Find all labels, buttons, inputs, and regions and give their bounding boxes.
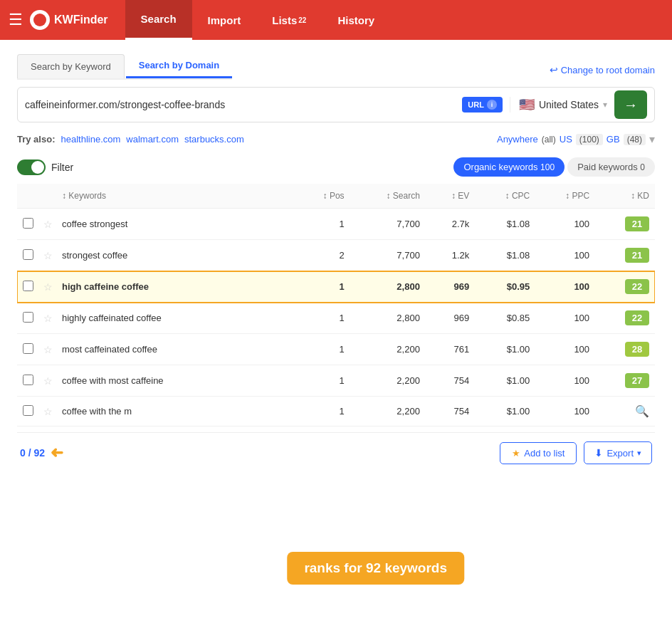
row-checkbox[interactable] bbox=[23, 218, 33, 229]
table-row[interactable]: ☆strongest coffee27,7001.2k$1.0810021 bbox=[17, 240, 655, 271]
table-row[interactable]: ☆coffee with the m12,200754$1.00100🔍 bbox=[17, 397, 655, 427]
try-link-healthline[interactable]: healthline.com bbox=[61, 134, 120, 145]
pos-cell: 1 bbox=[295, 397, 350, 427]
kd-cell: 21 bbox=[595, 209, 655, 240]
kd-badge: 27 bbox=[625, 373, 649, 388]
ev-cell: 969 bbox=[426, 271, 475, 303]
search-tabs-row: Search by Keyword Search by Domain ↩ Cha… bbox=[17, 54, 655, 80]
search-cell: 2,200 bbox=[350, 397, 426, 427]
add-to-list-button[interactable]: ★ Add to list bbox=[500, 442, 577, 464]
try-link-starbucks[interactable]: starbucks.com bbox=[184, 134, 244, 145]
row-checkbox[interactable] bbox=[23, 281, 33, 291]
organic-tab[interactable]: Organic keywords 100 bbox=[453, 157, 565, 177]
hamburger-icon[interactable]: ☰ bbox=[9, 11, 23, 29]
kd-badge: 22 bbox=[625, 279, 649, 294]
col-header-ev[interactable]: ↕ EV bbox=[426, 184, 475, 209]
table-row[interactable]: ☆coffee strongest17,7002.7k$1.0810021 bbox=[17, 209, 655, 240]
filter-toggle-group: Filter bbox=[17, 159, 73, 175]
pos-cell: 2 bbox=[295, 240, 350, 271]
nav-item-lists[interactable]: Lists22 bbox=[256, 0, 322, 40]
keyword-tabs: Organic keywords 100 Paid keywords 0 bbox=[453, 157, 655, 177]
table-row[interactable]: ☆high caffeine coffee12,800969$0.9510022 bbox=[17, 271, 655, 303]
star-icon[interactable]: ☆ bbox=[43, 313, 53, 324]
info-icon: i bbox=[487, 100, 497, 110]
filter-bar: Filter Organic keywords 100 Paid keyword… bbox=[17, 157, 655, 177]
ppc-cell: 100 bbox=[535, 397, 595, 427]
try-also-label: Try also: bbox=[17, 134, 55, 145]
star-icon[interactable]: ☆ bbox=[43, 344, 53, 355]
top-nav: ☰ KWFinder Search Import Lists22 History bbox=[0, 0, 672, 40]
ev-cell: 754 bbox=[426, 365, 475, 397]
domain-input[interactable] bbox=[25, 99, 455, 110]
row-checkbox[interactable] bbox=[23, 405, 33, 416]
export-button[interactable]: ⬇ Export ▾ bbox=[584, 441, 652, 464]
cpc-cell: $1.00 bbox=[475, 397, 535, 427]
col-header-pos[interactable]: ↕ Pos bbox=[295, 184, 350, 209]
keyword-cell: coffee with the m bbox=[56, 397, 295, 427]
row-checkbox[interactable] bbox=[23, 312, 33, 323]
ppc-cell: 100 bbox=[535, 365, 595, 397]
flag-icon: 🇺🇸 bbox=[519, 97, 535, 113]
star-icon[interactable]: ☆ bbox=[43, 375, 53, 387]
row-checkbox[interactable] bbox=[23, 375, 33, 385]
col-header-ppc[interactable]: ↕ PPC bbox=[535, 184, 595, 209]
nav-item-search[interactable]: Search bbox=[125, 0, 192, 40]
search-go-button[interactable]: → bbox=[614, 90, 647, 119]
table-row[interactable]: ☆highly caffeinated coffee12,800969$0.85… bbox=[17, 303, 655, 334]
nav-item-import[interactable]: Import bbox=[192, 0, 257, 40]
nav-items: Search Import Lists22 History bbox=[125, 0, 391, 40]
search-cell: 2,200 bbox=[350, 334, 426, 365]
cpc-cell: $1.00 bbox=[475, 334, 535, 365]
row-checkbox[interactable] bbox=[23, 249, 33, 260]
change-root-link[interactable]: ↩ Change to root domain bbox=[550, 64, 655, 75]
col-header-check bbox=[17, 184, 39, 209]
table-row[interactable]: ☆coffee with most caffeine12,200754$1.00… bbox=[17, 365, 655, 397]
us-link[interactable]: US bbox=[560, 134, 572, 145]
row-checkbox[interactable] bbox=[23, 343, 33, 354]
cpc-cell: $0.95 bbox=[475, 271, 535, 303]
try-link-walmart[interactable]: walmart.com bbox=[126, 134, 179, 145]
anywhere-all: (all) bbox=[542, 135, 556, 145]
nav-item-history[interactable]: History bbox=[322, 0, 390, 40]
country-select[interactable]: 🇺🇸 United States ▾ bbox=[510, 97, 607, 113]
gb-link[interactable]: GB bbox=[607, 134, 620, 145]
star-icon[interactable]: ☆ bbox=[43, 219, 53, 230]
country-arrow-icon: ▾ bbox=[603, 100, 607, 110]
tab-keyword[interactable]: Search by Keyword bbox=[17, 54, 125, 78]
paid-tab[interactable]: Paid keywords 0 bbox=[567, 157, 655, 177]
star-icon[interactable]: ☆ bbox=[43, 250, 53, 261]
main-content: Search by Keyword Search by Domain ↩ Cha… bbox=[0, 40, 672, 633]
tab-domain[interactable]: Search by Domain bbox=[126, 54, 232, 78]
filter-toggle[interactable] bbox=[17, 159, 46, 175]
search-cell: 7,700 bbox=[350, 240, 426, 271]
cpc-cell: $1.00 bbox=[475, 365, 535, 397]
table-row[interactable]: ☆most caffeinated coffee12,200761$1.0010… bbox=[17, 334, 655, 365]
gb-count: (48) bbox=[624, 134, 646, 145]
cpc-cell: $1.08 bbox=[475, 209, 535, 240]
kd-cell: 27 bbox=[595, 365, 655, 397]
col-header-search[interactable]: ↕ Search bbox=[350, 184, 426, 209]
kd-cell: 🔍 bbox=[595, 397, 655, 427]
filter-label: Filter bbox=[51, 162, 73, 173]
star-icon[interactable]: ☆ bbox=[43, 281, 53, 293]
ev-cell: 761 bbox=[426, 334, 475, 365]
url-badge[interactable]: URL i bbox=[462, 97, 503, 113]
ppc-cell: 100 bbox=[535, 334, 595, 365]
search-cell: 2,800 bbox=[350, 303, 426, 334]
pos-cell: 1 bbox=[295, 271, 350, 303]
location-filter: Anywhere (all) US (100) GB (48) ▾ bbox=[497, 132, 655, 146]
search-cell: 7,700 bbox=[350, 209, 426, 240]
col-header-cpc[interactable]: ↕ CPC bbox=[475, 184, 535, 209]
kd-cell: 22 bbox=[595, 303, 655, 334]
anywhere-link[interactable]: Anywhere bbox=[497, 134, 538, 145]
search-icon[interactable]: 🔍 bbox=[635, 405, 649, 417]
pos-cell: 1 bbox=[295, 303, 350, 334]
table-wrap: ↕ Keywords ↕ Pos ↕ Search ↕ EV ↕ CPC ↕ P… bbox=[17, 184, 655, 427]
expand-icon[interactable]: ▾ bbox=[649, 132, 655, 146]
col-header-kd[interactable]: ↕ KD bbox=[595, 184, 655, 209]
try-also-bar: Try also: healthline.com walmart.com sta… bbox=[17, 132, 655, 146]
logo-wrap bbox=[30, 10, 50, 30]
col-header-keyword[interactable]: ↕ Keywords bbox=[56, 184, 295, 209]
star-icon[interactable]: ☆ bbox=[43, 406, 53, 417]
tooltip-banner: ranks for 92 keywords bbox=[287, 552, 464, 585]
